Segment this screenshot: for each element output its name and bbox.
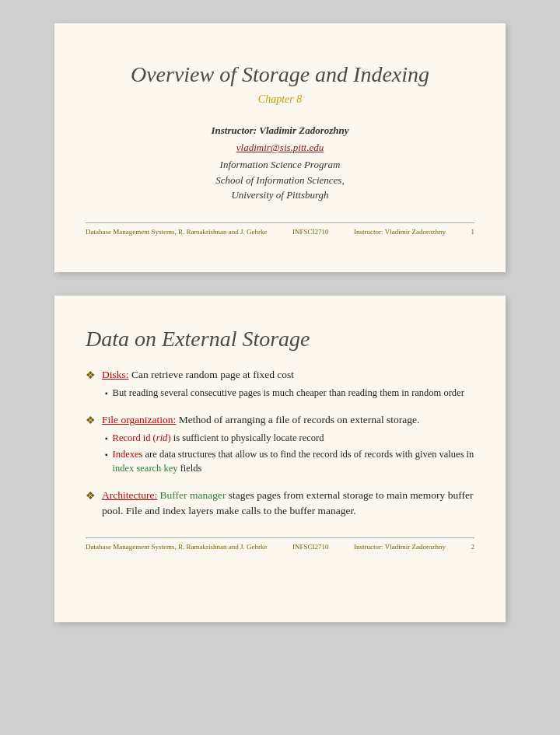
slide1-page-num: 1 (471, 228, 474, 236)
disks-sub-1-text: But reading several consecutive pages is… (113, 387, 464, 401)
slide1-footer-course: INFSCI2710 (292, 228, 329, 236)
slide2-footer-instructor: Instructor: Vladimir Zadorozhny (354, 543, 446, 551)
file-org-label: File organization: (102, 414, 176, 425)
architecture-text: stages pages from external storage to ma… (102, 489, 473, 516)
index-search-key-text: index search key (113, 463, 178, 474)
bullet-file-org-content: File organization: Method of arranging a… (102, 412, 474, 478)
slide2-title: Data on External Storage (86, 327, 474, 352)
disks-text: Can retrieve random page at fixed cost (131, 369, 294, 380)
slide1-instructor-label: Instructor: Vladimir Zadorozhny (86, 124, 474, 137)
disks-sub-1: ▪ But reading several consecutive pages … (105, 387, 474, 401)
file-org-sub-2: ▪ Indexes are data structures that allow… (105, 448, 474, 475)
record-id-text: Record id (rid) (113, 432, 171, 443)
slide-2: Data on External Storage ❖ Disks: Can re… (54, 296, 506, 622)
file-org-sub-1: ▪ Record id (rid) is sufficient to physi… (105, 432, 474, 446)
slide-1: Overview of Storage and Indexing Chapter… (54, 23, 506, 272)
bullet-list: ❖ Disks: Can retrieve random page at fix… (86, 367, 474, 518)
disks-sub-bullets: ▪ But reading several consecutive pages … (102, 387, 474, 401)
indexes-fields: fields (180, 463, 202, 474)
diamond-icon-2: ❖ (86, 413, 96, 429)
slide1-program: Information Science Program School of In… (86, 157, 474, 203)
sub-bullet-marker-2: ▪ (105, 433, 108, 444)
bullet-architecture-content: Architecture: Buffer manager stages page… (102, 488, 474, 518)
file-org-sub-1-text: Record id (rid) is sufficient to physica… (113, 432, 324, 446)
slide1-email: vladimir@sis.pitt.edu (86, 142, 474, 154)
bullet-architecture: ❖ Architecture: Buffer manager stages pa… (86, 488, 474, 518)
slide1-footer-left: Database Management Systems, R. Ramakris… (86, 228, 267, 236)
slide1-chapter: Chapter 8 (86, 93, 474, 106)
sub-bullet-marker-1: ▪ (105, 388, 108, 399)
slide1-footer-instructor: Instructor: Vladimir Zadorozhny (354, 228, 446, 236)
diamond-icon-1: ❖ (86, 368, 96, 383)
slide1-title: Overview of Storage and Indexing (86, 62, 474, 87)
slide2-page-num: 2 (471, 543, 474, 551)
bullet-disks-content: Disks: Can retrieve random page at fixed… (102, 367, 474, 403)
indexes-suffix: are data structures that allow us to fin… (145, 449, 474, 460)
slide1-footer: Database Management Systems, R. Ramakris… (86, 222, 474, 236)
bullet-disks: ❖ Disks: Can retrieve random page at fix… (86, 367, 474, 403)
record-id-suffix: is sufficient to physically locate recor… (173, 432, 324, 443)
disks-label: Disks: (102, 369, 129, 380)
file-org-sub-2-text: Indexes are data structures that allow u… (113, 448, 474, 475)
slide2-footer-course: INFSCI2710 (292, 543, 329, 551)
slide2-footer-left: Database Management Systems, R. Ramakris… (86, 543, 267, 551)
architecture-label: Architecture: (102, 489, 157, 501)
indexes-text: Indexes (113, 449, 143, 460)
file-org-sub-bullets: ▪ Record id (rid) is sufficient to physi… (102, 432, 474, 476)
buffer-manager-text: Buffer manager (160, 489, 226, 501)
bullet-file-org: ❖ File organization: Method of arranging… (86, 412, 474, 478)
slide2-footer: Database Management Systems, R. Ramakris… (86, 537, 474, 551)
file-org-text: Method of arranging a file of records on… (179, 414, 420, 425)
sub-bullet-marker-3: ▪ (105, 450, 108, 460)
diamond-icon-3: ❖ (86, 488, 96, 504)
